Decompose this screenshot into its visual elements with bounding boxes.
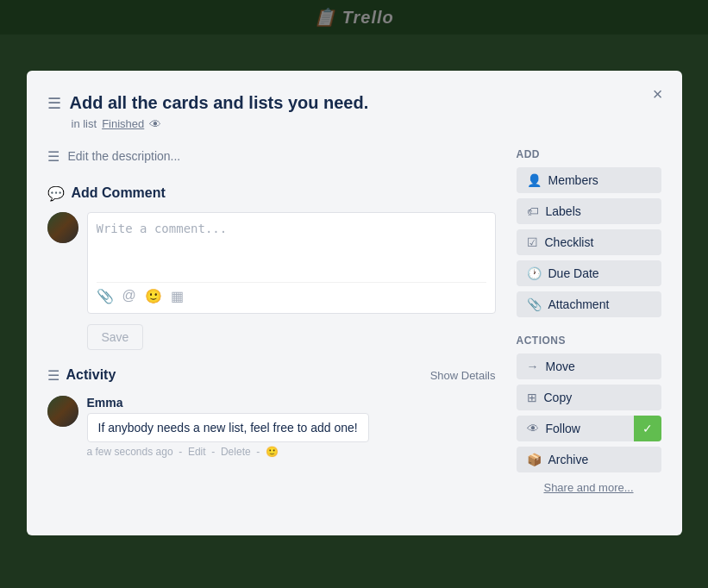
comment-bubble: If anybody needs a new list, feel free t… <box>87 413 369 442</box>
labels-icon: 🏷 <box>527 204 539 218</box>
card-list-label: in list <box>72 117 97 130</box>
main-content: ☰ Edit the description... 💬 Add Comment <box>47 148 496 515</box>
due-date-label: Due Date <box>548 266 599 280</box>
card-header-icon: ☰ <box>47 94 61 113</box>
card-list-info: in list Finished 👁 <box>72 117 661 131</box>
show-details-link[interactable]: Show Details <box>430 369 496 382</box>
activity-section: ☰ Activity Show Details Emma If anybody … <box>47 367 496 458</box>
modal-overlay: × ☰ Add all the cards and lists you need… <box>0 0 708 588</box>
checklist-icon: ☑ <box>527 235 538 249</box>
comment-timestamp: a few seconds ago <box>87 446 173 458</box>
comment-textarea[interactable] <box>97 222 486 273</box>
card-modal: × ☰ Add all the cards and lists you need… <box>27 71 682 535</box>
attachment-button[interactable]: 📎 Attachment <box>517 291 661 317</box>
modal-header: ☰ Add all the cards and lists you need. <box>47 91 661 114</box>
card-title: Add all the cards and lists you need. <box>70 91 369 114</box>
follow-active-button[interactable]: ✓ <box>634 416 661 441</box>
activity-item: Emma If anybody needs a new list, feel f… <box>47 396 496 458</box>
labels-label: Labels <box>546 204 581 218</box>
commenter-name: Emma <box>87 396 496 410</box>
archive-button[interactable]: 📦 Archive <box>517 447 661 472</box>
labels-button[interactable]: 🏷 Labels <box>517 198 661 224</box>
sidebar: Add 👤 Members 🏷 Labels ☑ Checklist 🕐 <box>517 148 661 515</box>
copy-icon: ⊞ <box>527 391 537 404</box>
comment-reaction-icon[interactable]: 🙂 <box>266 446 279 458</box>
description-icon: ☰ <box>47 148 60 165</box>
members-label: Members <box>548 173 598 187</box>
move-label: Move <box>546 360 575 373</box>
activity-content: Emma If anybody needs a new list, feel f… <box>87 396 496 458</box>
card-list-link[interactable]: Finished <box>102 117 144 130</box>
emoji-icon[interactable]: 🙂 <box>145 288 162 304</box>
commenter-avatar <box>47 396 78 427</box>
due-date-button[interactable]: 🕐 Due Date <box>517 260 661 286</box>
comment-section-title: Add Comment <box>72 185 166 201</box>
mention-icon[interactable]: @ <box>122 288 136 304</box>
comment-section: 💬 Add Comment 📎 @ 🙂 <box>47 185 496 350</box>
copy-button[interactable]: ⊞ Copy <box>517 385 661 410</box>
activity-title: Activity <box>66 367 116 383</box>
activity-header-left: ☰ Activity <box>47 367 116 384</box>
add-section-title: Add <box>517 148 661 160</box>
comment-delete-link[interactable]: Delete <box>221 446 251 458</box>
move-button[interactable]: → Move <box>517 353 661 379</box>
comment-input-area: 📎 @ 🙂 ▦ <box>47 212 496 314</box>
follow-button[interactable]: 👁 Follow <box>517 416 634 441</box>
textarea-toolbar: 📎 @ 🙂 ▦ <box>97 282 486 304</box>
comment-textarea-wrapper[interactable]: 📎 @ 🙂 ▦ <box>87 212 496 314</box>
follow-button-wrapper: 👁 Follow ✓ <box>517 416 661 441</box>
actions-section-title: Actions <box>517 335 661 347</box>
attachment-label: Attachment <box>548 297 610 311</box>
attachment-icon: 📎 <box>527 297 542 311</box>
actions-section: Actions → Move ⊞ Copy 👁 Follow <box>517 335 661 497</box>
checklist-button[interactable]: ☑ Checklist <box>517 229 661 255</box>
attach-icon[interactable]: 📎 <box>97 288 114 304</box>
copy-label: Copy <box>544 391 573 404</box>
comment-section-icon: 💬 <box>47 185 65 202</box>
move-icon: → <box>527 360 539 373</box>
members-icon: 👤 <box>527 173 542 187</box>
add-section: Add 👤 Members 🏷 Labels ☑ Checklist 🕐 <box>517 148 661 317</box>
save-comment-button[interactable]: Save <box>87 324 144 350</box>
activity-header: ☰ Activity Show Details <box>47 367 496 384</box>
checklist-label: Checklist <box>545 235 594 249</box>
share-more-link[interactable]: Share and more... <box>517 478 661 497</box>
activity-icon: ☰ <box>47 367 60 384</box>
comment-edit-link[interactable]: Edit <box>188 446 206 458</box>
edit-description-link[interactable]: Edit the description... <box>68 149 181 163</box>
follow-label: Follow <box>546 422 580 435</box>
comment-meta: a few seconds ago - Edit - Delete - 🙂 <box>87 446 496 458</box>
description-section: ☰ Edit the description... <box>47 148 496 165</box>
archive-icon: 📦 <box>527 453 542 466</box>
members-button[interactable]: 👤 Members <box>517 167 661 193</box>
modal-close-button[interactable]: × <box>644 81 672 109</box>
avatar-image <box>47 212 78 243</box>
current-user-avatar <box>47 212 78 243</box>
comment-section-header: 💬 Add Comment <box>47 185 496 202</box>
watch-icon: 👁 <box>149 117 161 131</box>
commenter-avatar-image <box>47 396 78 427</box>
due-date-icon: 🕐 <box>527 266 542 280</box>
modal-body: ☰ Edit the description... 💬 Add Comment <box>47 148 661 515</box>
archive-label: Archive <box>548 453 589 466</box>
card-icon-toolbar[interactable]: ▦ <box>171 288 184 304</box>
follow-icon: 👁 <box>527 422 539 435</box>
